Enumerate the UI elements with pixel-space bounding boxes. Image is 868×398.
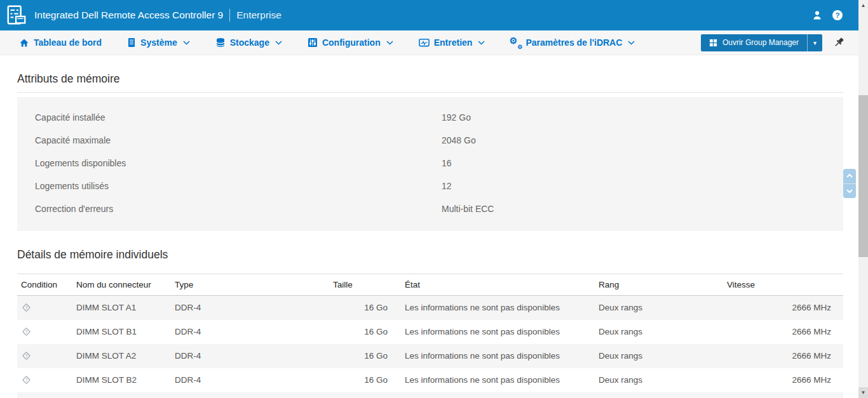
memory-row[interactable]: ? DIMM SLOT A2 DDR-4 16 Go Les informati… [17,344,843,368]
scroll-down-button[interactable] [843,183,856,199]
memory-row[interactable]: ? DIMM SLOT A1 DDR-4 16 Go Les informati… [17,296,843,320]
app-header: Integrated Dell Remote Access Controller… [0,0,858,30]
memory-row[interactable]: ? DIMM SLOT B1 DDR-4 16 Go Les informati… [17,320,843,344]
svg-text:?: ? [25,377,27,383]
svg-text:?: ? [25,305,27,311]
memory-state: Les informations ne sont pas disponibles [389,392,595,398]
scrollbar-thumb[interactable] [858,95,868,257]
connector-name: DIMM SLOT A1 [72,296,171,320]
attribute-row: Capacité maximale 2048 Go [35,129,825,152]
memory-size: 16 Go [333,344,389,368]
unknown-status-icon: ? [21,302,32,313]
memory-details-table: Condition Nom du connecteur Type Taille … [17,274,843,398]
idrac-logo-icon[interactable] [5,4,28,27]
app-edition: Enterprise [236,10,281,21]
memory-state: Les informations ne sont pas disponibles [389,320,595,344]
group-manager-dropdown-button[interactable]: ▾ [807,34,822,51]
scrollbar-down-button[interactable]: ▼ [858,387,868,398]
attribute-row: Logements utilisés 12 [35,175,825,197]
attribute-label: Logements utilisés [35,181,442,191]
help-icon[interactable]: ? [832,10,843,20]
nav-item-idrac-settings[interactable]: ⚙ ⚙ Paramètres de l'iDRAC [510,37,635,48]
open-group-manager-button[interactable]: Ouvrir Group Manager [701,34,807,51]
memory-rank: Deux rangs [595,368,727,392]
configuration-icon [308,37,318,48]
main-nav: Tableau de bord Système Stockage [0,30,858,55]
memory-size: 16 Go [333,296,389,320]
memory-type: DDR-4 [171,296,333,320]
col-header-condition: Condition [17,274,72,296]
connector-name: DIMM SLOT A2 [72,344,171,368]
group-manager-split-button: Ouvrir Group Manager ▾ [701,34,822,51]
memory-speed: 2666 MHz [727,392,843,398]
attribute-row: Correction d'erreurs Multi-bit ECC [35,197,825,220]
memory-speed: 2666 MHz [727,320,843,344]
nav-item-maintenance[interactable]: Entretien [419,37,485,48]
col-header-connector: Nom du connecteur [72,274,171,296]
memory-rank: Deux rangs [595,392,727,398]
content: Attributs de mémoire Capacité installée … [0,55,858,398]
section-divider [17,92,843,93]
idrac-settings-icon: ⚙ ⚙ [510,37,521,48]
attribute-row: Logements disponibles 16 [35,152,825,175]
unknown-status-icon: ? [21,375,32,385]
attribute-row: Capacité installée 192 Go [35,106,825,129]
col-header-state: État [389,274,595,296]
scrollbar[interactable]: ▲ ▼ [858,0,868,398]
memory-attributes-panel: Capacité installée 192 Go Capacité maxim… [17,97,843,231]
chevron-down-icon [846,189,853,194]
col-header-type: Type [171,274,333,296]
col-header-rank: Rang [595,274,727,296]
group-manager-icon [709,39,717,47]
nav-item-dashboard[interactable]: Tableau de bord [19,37,102,48]
attribute-label: Capacité installée [35,112,442,123]
title-bar: Integrated Dell Remote Access Controller… [34,9,281,22]
memory-speed: 2666 MHz [727,368,843,392]
memory-rank: Deux rangs [595,296,727,320]
title-divider [229,9,230,22]
memory-speed: 2666 MHz [727,296,843,320]
memory-row[interactable]: ? DIMM SLOT B2 DDR-4 16 Go Les informati… [17,368,843,392]
chevron-down-icon [275,41,282,45]
unknown-status-icon: ? [21,350,32,361]
pin-icon[interactable] [834,37,846,49]
memory-state: Les informations ne sont pas disponibles [389,344,595,368]
server-logo-icon [6,4,27,26]
col-header-speed: Vitesse [727,274,843,296]
attribute-value: 16 [442,158,452,168]
user-icon[interactable] [812,10,822,20]
connector-name: DIMM SLOT B2 [72,368,171,392]
memory-size: 16 Go [333,392,389,398]
app-title: Integrated Dell Remote Access Controller… [34,10,223,21]
attribute-label: Correction d'erreurs [35,204,442,214]
nav-item-configuration[interactable]: Configuration [308,37,393,48]
attribute-value: 12 [442,181,452,191]
memory-attributes-title: Attributs de mémoire [17,72,843,86]
attribute-label: Logements disponibles [35,158,442,168]
scroll-helper [843,169,856,198]
chevron-down-icon [183,41,190,45]
memory-size: 16 Go [333,320,389,344]
scroll-up-button[interactable] [843,169,856,183]
memory-state: Les informations ne sont pas disponibles [389,368,595,392]
memory-row[interactable]: ? DIMM SLOT A3 DDR-4 16 Go Les informati… [17,392,843,398]
maintenance-icon [419,37,430,48]
memory-speed: 2666 MHz [727,344,843,368]
memory-type: DDR-4 [171,392,333,398]
memory-type: DDR-4 [171,320,333,344]
connector-name: DIMM SLOT A3 [72,392,171,398]
memory-details-title: Détails de mémoire individuels [17,248,843,262]
nav-item-storage[interactable]: Stockage [215,37,282,48]
memory-rank: Deux rangs [595,320,727,344]
home-icon [19,38,29,48]
scrollbar-up-button[interactable]: ▲ [858,0,868,11]
col-header-size: Taille [333,274,389,296]
storage-icon [215,37,226,48]
attribute-value: 192 Go [442,112,471,123]
unknown-status-icon: ? [21,326,32,337]
attribute-label: Capacité maximale [35,135,442,145]
nav-item-system[interactable]: Système [127,37,190,48]
chevron-down-icon [478,41,485,45]
memory-state: Les informations ne sont pas disponibles [389,296,595,320]
chevron-up-icon [846,173,853,178]
